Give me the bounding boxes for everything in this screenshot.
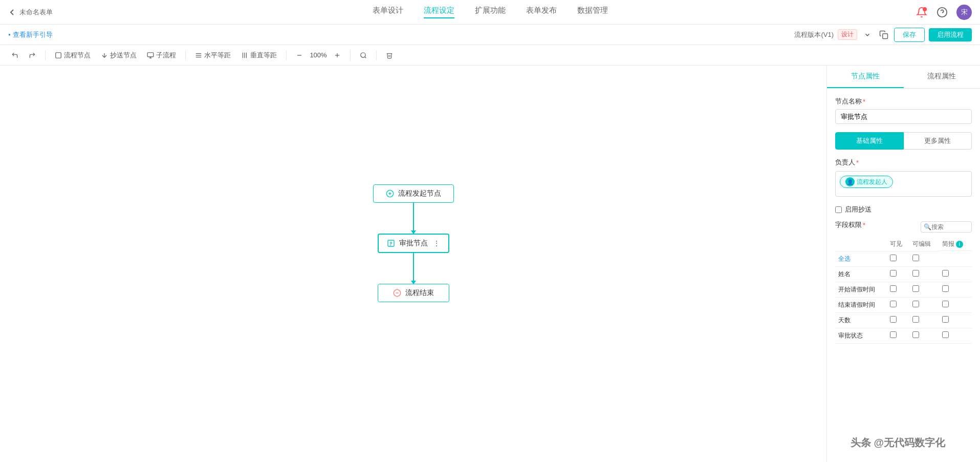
nav-form-design[interactable]: 表单设计	[373, 6, 403, 18]
field-visible-1[interactable]	[890, 285, 897, 292]
field-editable-0[interactable]	[912, 270, 919, 277]
responsible-person-label: 流程发起人	[857, 178, 887, 186]
node-name-input[interactable]	[835, 109, 972, 124]
field-search-wrap: 🔍	[921, 221, 972, 233]
node-name-label: 节点名称 *	[835, 97, 972, 106]
h-align-button[interactable]: 水平等距	[192, 50, 234, 61]
help-icon[interactable]	[936, 6, 948, 18]
attr-tabs: 基础属性 更多属性	[835, 132, 972, 150]
sub-flow-button[interactable]: 子流程	[144, 50, 179, 61]
field-name-3: 天数	[835, 312, 887, 328]
nav-data[interactable]: 数据管理	[577, 6, 608, 18]
responsible-group: 负责人 * 👤 流程发起人	[835, 158, 972, 197]
tab-node-properties[interactable]: 节点属性	[827, 66, 904, 88]
responsible-area[interactable]: 👤 流程发起人	[835, 171, 972, 197]
page-title: 未命名表单	[19, 8, 53, 17]
version-dropdown-icon[interactable]	[861, 29, 874, 41]
start-node-label: 流程发起节点	[398, 189, 441, 198]
field-row-approval-status: 审批状态	[835, 328, 972, 343]
sep-4	[350, 50, 351, 60]
v-align-button[interactable]: 垂直等距	[238, 50, 280, 61]
enable-button[interactable]: 启用流程	[929, 28, 972, 41]
back-button[interactable]: 未命名表单	[8, 8, 53, 17]
required-mark: *	[863, 98, 865, 106]
end-node-label: 流程结束	[405, 288, 434, 298]
user-avatar-icon: 👤	[845, 177, 855, 186]
field-row-end-time: 结束请假时间	[835, 297, 972, 312]
approval-node-box[interactable]: 审批节点 ⋮	[378, 234, 449, 253]
zoom-out-button[interactable]	[293, 51, 306, 60]
copy-send-row: 启用抄送	[835, 205, 972, 214]
responsible-required: *	[856, 159, 859, 166]
field-perm-label: 字段权限 *	[835, 220, 865, 229]
sep-5	[376, 50, 377, 60]
responsible-tag: 👤 流程发起人	[840, 176, 893, 188]
flow-node-button[interactable]: 流程节点	[52, 50, 94, 61]
notification-icon[interactable]	[916, 6, 928, 18]
avatar[interactable]: 宋	[956, 5, 972, 20]
copy-node-label: 抄送节点	[110, 51, 137, 60]
save-button[interactable]: 保存	[894, 28, 925, 42]
col-editable: 可编辑	[909, 238, 939, 251]
flow-canvas[interactable]: 流程发起节点 审批节点 ⋮	[0, 66, 826, 462]
field-visible-4[interactable]	[890, 331, 897, 338]
redo-button[interactable]	[26, 51, 39, 60]
field-name-0: 姓名	[835, 266, 887, 282]
field-visible-0[interactable]	[890, 270, 897, 277]
undo-button[interactable]	[8, 51, 21, 60]
field-visible-2[interactable]	[890, 301, 897, 307]
field-name-4: 审批状态	[835, 328, 887, 343]
svg-rect-3	[56, 52, 61, 58]
nav-extend[interactable]: 扩展功能	[475, 6, 506, 18]
responsible-label: 负责人 *	[835, 158, 972, 167]
field-editable-3[interactable]	[912, 316, 919, 323]
svg-rect-5	[147, 52, 154, 56]
right-panel: 节点属性 流程属性 节点名称 * 基础属性 更多属性 负责人	[826, 66, 980, 462]
select-all-editable[interactable]	[909, 251, 939, 266]
toolbar: 流程节点 抄送节点 子流程 水平等距 垂直等距 100%	[0, 45, 980, 66]
fit-screen-button[interactable]	[357, 51, 370, 60]
field-report-2[interactable]	[942, 301, 949, 307]
start-node[interactable]: 流程发起节点	[373, 184, 454, 203]
field-editable-4[interactable]	[912, 331, 919, 338]
main: 流程发起节点 审批节点 ⋮	[0, 66, 980, 462]
more-attr-tab[interactable]: 更多属性	[904, 132, 972, 150]
node-more-button[interactable]: ⋮	[433, 239, 440, 247]
field-visible-3[interactable]	[890, 316, 897, 323]
copy-send-checkbox[interactable]	[835, 206, 842, 213]
select-all-label: 全选	[835, 251, 887, 266]
version-text: 流程版本(V1)	[794, 30, 834, 39]
end-node-box[interactable]: 流程结束	[378, 284, 449, 302]
sep-2	[185, 50, 186, 60]
field-editable-2[interactable]	[912, 301, 919, 307]
field-report-3[interactable]	[942, 316, 949, 323]
nav-publish[interactable]: 表单发布	[526, 6, 557, 18]
copy-node-button[interactable]: 抄送节点	[98, 50, 140, 61]
basic-attr-tab[interactable]: 基础属性	[835, 132, 904, 150]
end-node[interactable]: 流程结束	[378, 284, 449, 302]
sep-3	[286, 50, 287, 60]
copy-version-icon[interactable]	[878, 29, 890, 41]
sep-1	[45, 50, 46, 60]
zoom-in-button[interactable]	[331, 51, 344, 60]
guide-link[interactable]: 查看新手引导	[8, 30, 53, 39]
start-node-box[interactable]: 流程发起节点	[373, 184, 454, 203]
all-editable-checkbox[interactable]	[912, 255, 919, 261]
report-info-icon[interactable]: i	[956, 241, 963, 248]
tab-flow-properties[interactable]: 流程属性	[904, 66, 981, 88]
col-field-name	[835, 238, 887, 251]
field-row-days: 天数	[835, 312, 972, 328]
approval-node-label: 审批节点	[399, 239, 428, 248]
select-all-visible[interactable]	[887, 251, 909, 266]
field-editable-1[interactable]	[912, 285, 919, 292]
all-visible-checkbox[interactable]	[890, 255, 897, 261]
v-align-label: 垂直等距	[250, 51, 277, 60]
field-report-0[interactable]	[942, 270, 949, 277]
delete-button[interactable]	[383, 51, 396, 60]
field-report-4[interactable]	[942, 331, 949, 338]
nav-flow-setting[interactable]: 流程设定	[424, 6, 454, 18]
approval-node[interactable]: 审批节点 ⋮	[378, 234, 449, 253]
node-name-group: 节点名称 *	[835, 97, 972, 124]
select-all-row: 全选	[835, 251, 972, 266]
field-report-1[interactable]	[942, 285, 949, 292]
